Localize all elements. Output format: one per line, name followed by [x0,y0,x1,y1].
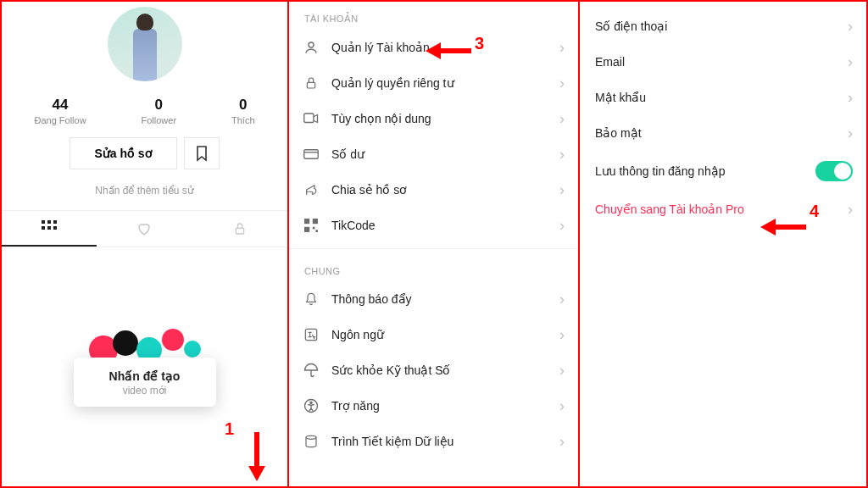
video-icon [303,113,320,125]
row-label: Lưu thông tin đăng nhập [595,164,804,178]
row-label: Trợ năng [331,399,548,413]
svg-rect-2 [53,220,57,224]
avatar[interactable] [108,7,182,81]
svg-point-7 [309,42,314,47]
account-row-email[interactable]: Email › [580,44,866,80]
chevron-right-icon: › [559,218,565,233]
settings-row-share-profile[interactable]: Chia sẻ hồ sơ › [289,172,578,208]
tooltip-bubble[interactable]: Nhấn để tạo video mới [74,358,216,407]
profile-stats: 44 Đang Follow 0 Follower 0 Thích [2,97,287,137]
settings-row-language[interactable]: Ngôn ngữ › [289,317,578,352]
account-row-security[interactable]: Bảo mật › [580,115,866,151]
tab-private[interactable] [192,211,287,247]
svg-rect-4 [47,226,51,230]
account-row-save-login[interactable]: Lưu thông tin đăng nhập [580,151,866,191]
stat-label: Đang Follow [34,115,86,125]
tab-grid[interactable] [2,211,97,247]
bell-icon [303,291,320,307]
stat-label: Follower [142,115,177,125]
chevron-right-icon: › [559,75,565,91]
row-label: Số dư [331,147,548,161]
data-icon [303,434,320,449]
chevron-right-icon: › [848,202,853,217]
chevron-right-icon: › [848,54,853,69]
person-icon [303,40,320,55]
row-label: Bảo mật [595,126,836,140]
profile-tabs [2,210,287,247]
stat-following[interactable]: 44 Đang Follow [34,97,86,125]
svg-rect-3 [42,226,45,230]
section-header-general: CHUNG [289,254,578,281]
settings-row-privacy[interactable]: Quản lý quyền riêng tư › [289,65,578,101]
svg-rect-6 [236,228,243,234]
chevron-right-icon: › [848,90,853,105]
chevron-right-icon: › [559,111,565,126]
profile-actions: Sửa hồ sơ [44,137,244,178]
edit-profile-button[interactable]: Sửa hồ sơ [70,137,176,169]
settings-row-accessibility[interactable]: Trợ năng › [289,388,578,424]
svg-rect-9 [304,114,314,123]
add-bio-link[interactable]: Nhấn để thêm tiểu sử [95,185,193,197]
stat-value: 0 [231,97,255,114]
svg-rect-16 [305,329,316,340]
settings-row-push-notif[interactable]: Thông báo đẩy › [289,281,578,317]
row-label: TikCode [331,219,548,232]
toggle-on[interactable] [815,161,853,181]
svg-point-19 [306,435,316,439]
stat-label: Thích [231,115,255,125]
chevron-right-icon: › [559,182,565,197]
svg-rect-8 [307,82,314,88]
settings-row-manage-account[interactable]: Quản lý Tài khoản › [289,30,578,65]
account-manage-screen: Số điện thoại › Email › Mật khẩu › Bảo m… [578,0,868,488]
stat-likes[interactable]: 0 Thích [231,97,255,125]
svg-rect-14 [313,227,315,230]
language-icon [303,328,320,341]
lock-icon [233,221,247,236]
section-header-account: TÀI KHOẢN [289,2,578,30]
bookmark-icon [195,146,209,161]
settings-screen: TÀI KHOẢN Quản lý Tài khoản › Quản lý qu… [289,0,578,488]
row-label: Mật khẩu [595,91,836,104]
settings-row-content-pref[interactable]: Tùy chọn nội dung › [289,101,578,136]
row-label: Số điện thoại [595,19,836,33]
row-label: Chia sẻ hồ sơ [331,183,548,197]
settings-row-tikcode[interactable]: TikCode › [289,208,578,243]
svg-rect-10 [304,150,319,159]
profile-header: 44 Đang Follow 0 Follower 0 Thích Sửa hồ… [2,2,287,210]
row-label: Chuyển sang Tài khoản Pro [595,202,836,216]
chevron-right-icon: › [559,327,565,342]
row-label: Tùy chọn nội dung [331,112,548,125]
lock-icon [303,75,320,91]
account-row-phone[interactable]: Số điện thoại › [580,2,866,44]
svg-rect-12 [313,219,318,224]
tab-liked[interactable] [97,211,192,247]
chevron-right-icon: › [559,434,565,449]
svg-rect-1 [47,220,51,224]
svg-rect-0 [42,220,45,224]
row-label: Quản lý Tài khoản [331,41,548,54]
stat-value: 44 [34,97,86,114]
account-row-password[interactable]: Mật khẩu › [580,80,866,115]
row-label: Ngôn ngữ [331,328,548,341]
chevron-right-icon: › [848,19,853,34]
umbrella-icon [303,363,320,378]
svg-rect-11 [304,219,309,224]
stat-followers[interactable]: 0 Follower [142,97,177,125]
row-label: Sức khỏe Kỹ thuật Số [331,363,548,377]
account-row-switch-pro[interactable]: Chuyển sang Tài khoản Pro › [580,191,866,227]
settings-row-balance[interactable]: Số dư › [289,136,578,172]
share-icon [303,183,320,197]
chevron-right-icon: › [559,291,565,307]
heart-icon [136,221,153,236]
settings-row-digital-wellbeing[interactable]: Sức khỏe Kỹ thuật Số › [289,352,578,388]
svg-rect-5 [53,226,57,230]
bookmark-button[interactable] [184,137,220,169]
wallet-icon [303,147,320,161]
profile-screen: 44 Đang Follow 0 Follower 0 Thích Sửa hồ… [0,0,289,488]
row-label: Thông báo đẩy [331,292,548,306]
qr-icon [303,219,320,232]
tooltip-subtitle: video mới [81,385,209,396]
stat-value: 0 [142,97,177,114]
row-label: Trình Tiết kiệm Dữ liệu [331,435,548,448]
settings-row-data-saver[interactable]: Trình Tiết kiệm Dữ liệu › [289,424,578,459]
